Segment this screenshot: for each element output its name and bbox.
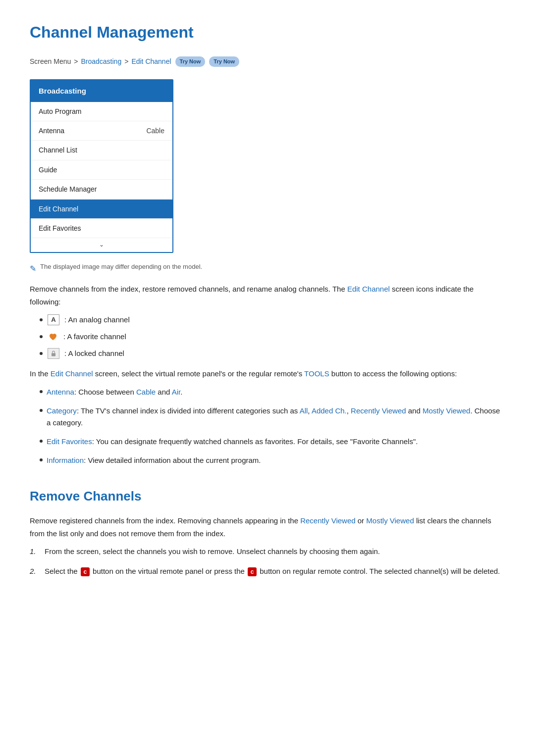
menu-header: Broadcasting: [31, 80, 172, 102]
antenna-link[interactable]: Antenna: [47, 388, 74, 396]
try-now-badge-2[interactable]: Try Now: [209, 56, 239, 67]
breadcrumb-sep-2: >: [124, 56, 128, 67]
note-row: ✎ The displayed image may differ dependi…: [30, 262, 505, 275]
tools-item-edit-favorites-text: Edit Favorites: You can designate freque…: [47, 436, 418, 448]
step-1-num: 1.: [30, 546, 40, 557]
category-link[interactable]: Category: [47, 406, 77, 415]
menu-item-schedule-manager-label: Schedule Manager: [39, 184, 97, 195]
menu-item-guide-label: Guide: [39, 164, 57, 175]
try-now-badge-1[interactable]: Try Now: [175, 56, 206, 67]
remove-channels-intro: Remove registered channels from the inde…: [30, 514, 505, 540]
breadcrumb-broadcasting-link[interactable]: Broadcasting: [81, 56, 121, 67]
tools-link[interactable]: TOOLS: [304, 369, 329, 378]
breadcrumb: Screen Menu > Broadcasting > Edit Channe…: [30, 56, 505, 67]
breadcrumb-edit-channel-link[interactable]: Edit Channel: [131, 56, 171, 67]
menu-item-edit-channel[interactable]: Edit Channel: [31, 200, 172, 219]
recently-viewed-link-2[interactable]: Recently Viewed: [300, 516, 355, 525]
icon-list-item-favorite: : A favorite channel: [40, 331, 505, 343]
sub-bullet-antenna: [40, 390, 43, 393]
menu-item-antenna[interactable]: Antenna Cable: [31, 121, 172, 141]
tools-item-information-text: Information: View detailed information a…: [47, 454, 261, 466]
sub-bullet-information: [40, 458, 43, 461]
step-1-text: From the screen, select the channels you…: [45, 546, 380, 557]
information-link[interactable]: Information: [47, 456, 84, 464]
cable-link[interactable]: Cable: [136, 388, 156, 396]
tools-item-antenna-text: Antenna: Choose between Cable and Air.: [47, 386, 182, 398]
icon-list-item-analog: A : An analog channel: [40, 314, 505, 326]
broadcasting-menu: Broadcasting Auto Program Antenna Cable …: [30, 79, 173, 253]
all-link[interactable]: All: [300, 406, 308, 415]
analog-channel-icon: A: [48, 314, 59, 325]
favorite-channel-icon: [48, 331, 58, 342]
page-title: Channel Management: [30, 20, 505, 45]
menu-item-edit-favorites-label: Edit Favorites: [39, 223, 81, 234]
edit-favorites-link[interactable]: Edit Favorites: [47, 437, 92, 446]
sub-bullet-edit-favorites: [40, 440, 43, 443]
tools-intro-paragraph: In the Edit Channel screen, select the v…: [30, 367, 505, 380]
tools-options-list: Antenna: Choose between Cable and Air. C…: [40, 386, 505, 466]
icon-list-item-locked: : A locked channel: [40, 348, 505, 359]
svg-rect-0: [52, 353, 55, 356]
analog-channel-label: : An analog channel: [64, 314, 130, 326]
locked-channel-icon: [48, 348, 59, 359]
mostly-viewed-link-2[interactable]: Mostly Viewed: [366, 516, 414, 525]
icons-list: A : An analog channel : A favorite chann…: [40, 314, 505, 359]
air-link[interactable]: Air: [172, 388, 181, 396]
edit-channel-link-tools[interactable]: Edit Channel: [51, 369, 93, 378]
c-button-regular: c: [248, 567, 257, 576]
menu-item-antenna-value: Cable: [146, 125, 164, 136]
recently-viewed-link-1[interactable]: Recently Viewed: [351, 406, 406, 415]
menu-item-channel-list[interactable]: Channel List: [31, 141, 172, 160]
tools-item-edit-favorites: Edit Favorites: You can designate freque…: [40, 436, 505, 448]
bullet-favorite: [40, 335, 43, 338]
favorite-channel-label: : A favorite channel: [63, 331, 126, 343]
menu-item-auto-program[interactable]: Auto Program: [31, 102, 172, 121]
sub-bullet-category: [40, 409, 43, 412]
intro-paragraph: Remove channels from the index, restore …: [30, 283, 505, 308]
step-2: 2. Select the c button on the virtual re…: [30, 565, 505, 577]
remove-channels-steps: 1. From the screen, select the channels …: [30, 546, 505, 577]
menu-item-auto-program-label: Auto Program: [39, 106, 81, 117]
step-2-text: Select the c button on the virtual remot…: [45, 565, 500, 577]
breadcrumb-screen-menu: Screen Menu: [30, 56, 71, 67]
tools-item-antenna: Antenna: Choose between Cable and Air.: [40, 386, 505, 398]
menu-item-edit-channel-label: Edit Channel: [39, 203, 78, 214]
menu-item-edit-favorites[interactable]: Edit Favorites: [31, 219, 172, 238]
menu-item-guide[interactable]: Guide: [31, 160, 172, 180]
added-ch-link[interactable]: Added Ch.: [312, 406, 347, 415]
mostly-viewed-link-1[interactable]: Mostly Viewed: [423, 406, 470, 415]
tools-item-information: Information: View detailed information a…: [40, 454, 505, 466]
menu-item-antenna-label: Antenna: [39, 125, 64, 136]
step-1: 1. From the screen, select the channels …: [30, 546, 505, 557]
menu-chevron: ⌄: [31, 238, 172, 252]
bullet-analog: [40, 318, 43, 321]
remove-channels-heading: Remove Channels: [30, 486, 505, 507]
step-2-num: 2.: [30, 565, 40, 577]
pencil-icon: ✎: [30, 262, 36, 275]
note-text: The displayed image may differ depending…: [40, 262, 202, 272]
edit-channel-link-intro[interactable]: Edit Channel: [347, 285, 390, 293]
tools-item-category-text: Category: The TV's channel index is divi…: [47, 405, 505, 429]
menu-item-schedule-manager[interactable]: Schedule Manager: [31, 180, 172, 199]
tools-item-category: Category: The TV's channel index is divi…: [40, 405, 505, 429]
breadcrumb-sep-1: >: [74, 56, 78, 67]
menu-item-channel-list-label: Channel List: [39, 145, 77, 155]
c-button-virtual: c: [81, 567, 90, 576]
locked-channel-label: : A locked channel: [64, 348, 124, 359]
bullet-locked: [40, 352, 43, 355]
